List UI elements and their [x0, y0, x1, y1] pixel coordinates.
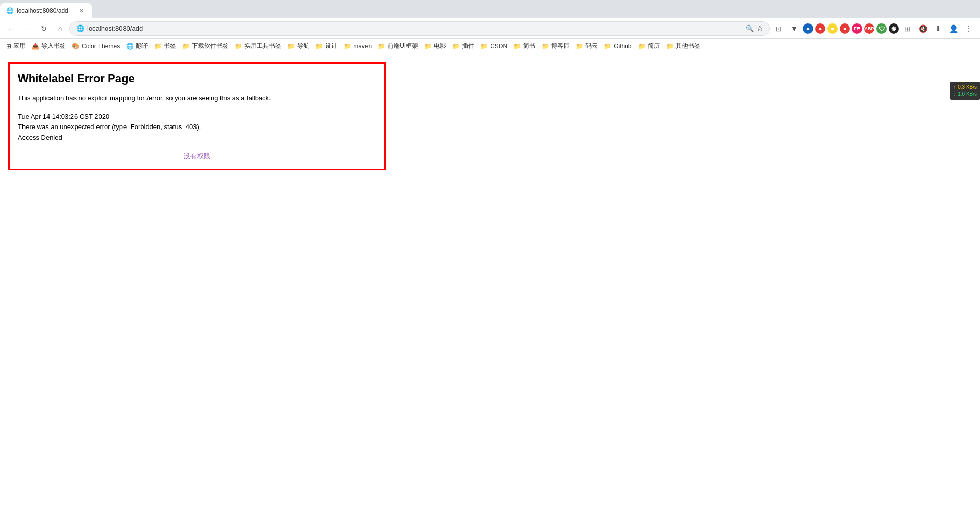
folder-icon-csdn: 📁 [480, 43, 488, 50]
ext-icon-1[interactable]: ● [803, 23, 813, 34]
profile-icon[interactable]: 👤 [946, 21, 961, 36]
download-speed: ↓ 1.0 KB/s [953, 91, 977, 98]
tab-title: localhost:8080/add [17, 7, 68, 14]
folder-icon-frontend: 📁 [378, 43, 385, 50]
bookmark-movies[interactable]: 📁 电影 [421, 40, 449, 53]
bookmark-download-software[interactable]: 📁 下载软件书签 [179, 40, 232, 53]
bookmark-frontend-ui[interactable]: 📁 前端UI框架 [375, 40, 421, 53]
url-text: localhost:8080/add [87, 24, 743, 32]
nav-bar: ← → ↻ ⌂ 🌐 localhost:8080/add 🔍 ☆ ⊡ ▼ ● ●… [0, 18, 980, 39]
bookmark-github[interactable]: 📁 Github [601, 40, 634, 53]
import-icon: 📥 [32, 43, 39, 50]
tab-bar: 🌐 localhost:8080/add ✕ [0, 0, 980, 18]
ext-icon-dark[interactable]: ◉ [889, 23, 899, 34]
folder-icon-github: 📁 [604, 43, 611, 50]
ext-icon-fe[interactable]: FE [852, 23, 862, 34]
folder-icon-shujian: 📁 [154, 43, 162, 50]
bookmark-apps[interactable]: ⊞ 应用 [3, 40, 29, 53]
lock-icon: 🌐 [76, 24, 84, 32]
bookmark-gitee[interactable]: 📁 码云 [573, 40, 601, 53]
error-title: Whitelabel Error Page [18, 72, 376, 85]
folder-icon-gitee: 📁 [576, 43, 583, 50]
bookmark-nav[interactable]: 📁 导航 [284, 40, 312, 53]
folder-icon-nav: 📁 [287, 43, 295, 50]
error-detail-line: There was an unexpected error (type=Forb… [18, 122, 376, 133]
bookmarks-bar: ⊞ 应用 📥 导入书签 🎨 Color Themes 🌐 翻译 📁 书签 📁 下… [0, 39, 980, 54]
forward-button[interactable]: → [20, 21, 35, 36]
network-speed-indicator: ↑ 0.3 KB/s ↓ 1.0 KB/s [950, 82, 980, 100]
cast-icon[interactable]: ⊡ [772, 21, 786, 36]
no-permission-link[interactable]: 没有权限 [18, 151, 376, 161]
bookmark-maven[interactable]: 📁 maven [340, 40, 375, 53]
folder-icon-others: 📁 [666, 43, 674, 50]
bookmark-translate[interactable]: 🌐 翻译 [123, 40, 151, 53]
browser-chrome: 🌐 localhost:8080/add ✕ ← → ↻ ⌂ 🌐 localho… [0, 0, 980, 54]
bookmark-plugins[interactable]: 📁 插件 [449, 40, 477, 53]
bookmark-shujian[interactable]: 📁 书签 [151, 40, 179, 53]
upload-speed: ↑ 0.3 KB/s [953, 84, 977, 91]
mute-icon[interactable]: 🔇 [916, 21, 930, 36]
ext-icon-shield[interactable]: 🛡 [876, 23, 887, 34]
error-box: Whitelabel Error Page This application h… [8, 62, 386, 170]
address-bar[interactable]: 🌐 localhost:8080/add 🔍 ☆ [69, 21, 770, 36]
tab-favicon: 🌐 [6, 7, 14, 14]
back-button[interactable]: ← [4, 21, 18, 36]
bookmark-import[interactable]: 📥 导入书签 [29, 40, 69, 53]
screenshot-icon[interactable]: ⊞ [900, 21, 915, 36]
bookmark-cnblogs[interactable]: 📁 博客园 [538, 40, 573, 53]
translate-icon: 🌐 [126, 43, 134, 50]
ext-icon-abp[interactable]: ABP [864, 23, 874, 34]
download-icon[interactable]: ▼ [787, 21, 801, 36]
folder-icon-maven: 📁 [344, 43, 351, 50]
error-timestamp: Tue Apr 14 14:03:26 CST 2020 [18, 112, 376, 122]
error-access-msg: Access Denied [18, 133, 376, 143]
menu-icon[interactable]: ⋮ [962, 21, 976, 36]
ext-icon-2[interactable]: ● [815, 23, 825, 34]
ext-icon-3[interactable]: ● [827, 23, 838, 34]
active-tab[interactable]: 🌐 localhost:8080/add ✕ [0, 3, 92, 18]
nav-icons-right: ⊡ ▼ ● ● ● ● FE ABP 🛡 ◉ ⊞ 🔇 ⬇ 👤 ⋮ [772, 21, 976, 36]
folder-icon-cnblogs: 📁 [542, 43, 549, 50]
bookmark-jianshu[interactable]: 📁 简书 [510, 40, 538, 53]
folder-icon-tools: 📁 [235, 43, 242, 50]
folder-icon-movies: 📁 [424, 43, 432, 50]
bookmark-resume[interactable]: 📁 简历 [635, 40, 663, 53]
bookmark-star-icon[interactable]: ☆ [757, 24, 763, 32]
bookmark-design[interactable]: 📁 设计 [312, 40, 340, 53]
home-button[interactable]: ⌂ [53, 21, 67, 36]
search-icon: 🔍 [746, 24, 754, 32]
apps-icon: ⊞ [6, 43, 11, 50]
page-content: Whitelabel Error Page This application h… [0, 54, 980, 508]
bookmark-csdn[interactable]: 📁 CSDN [477, 40, 510, 53]
ext-icon-4[interactable]: ● [840, 23, 850, 34]
bookmark-color-themes[interactable]: 🎨 Color Themes [69, 40, 123, 53]
bookmark-tools[interactable]: 📁 实用工具书签 [232, 40, 284, 53]
bookmark-others[interactable]: 📁 其他书签 [663, 40, 703, 53]
folder-icon-design: 📁 [315, 43, 323, 50]
download-arrow-icon[interactable]: ⬇ [931, 21, 945, 36]
folder-icon-download: 📁 [182, 43, 190, 50]
color-themes-icon: 🎨 [72, 43, 80, 50]
error-description: This application has no explicit mapping… [18, 93, 376, 104]
reload-button[interactable]: ↻ [37, 21, 51, 36]
folder-icon-jianshu: 📁 [513, 43, 521, 50]
folder-icon-plugins: 📁 [452, 43, 460, 50]
error-details: Tue Apr 14 14:03:26 CST 2020 There was a… [18, 112, 376, 143]
tab-close-button[interactable]: ✕ [78, 7, 86, 15]
folder-icon-resume: 📁 [638, 43, 646, 50]
